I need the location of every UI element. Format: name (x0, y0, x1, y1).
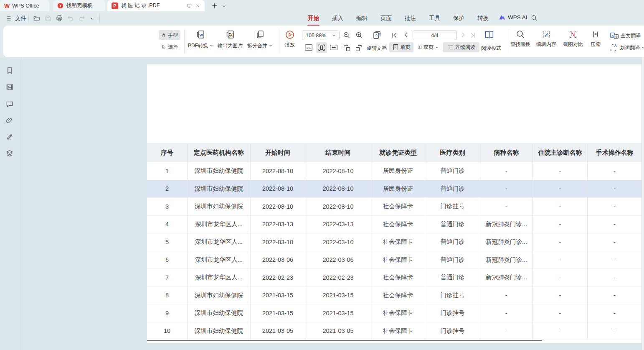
single-page-button[interactable]: 单页 (389, 42, 413, 52)
menubar-search-icon[interactable] (530, 14, 538, 22)
menu-tab-tools[interactable]: 工具 (428, 14, 441, 23)
chevron-down-icon (269, 44, 272, 47)
play-button[interactable]: 播放 (281, 30, 298, 49)
table-row[interactable]: 3深圳市妇幼保健院2022-08-102022-08-10社会保障卡门诊挂号--… (147, 198, 641, 216)
double-page-button[interactable]: 双页 (415, 42, 441, 52)
full-translate-button[interactable]: A 文 全文翻译 (607, 31, 643, 41)
menu-tab-protect[interactable]: 保护 (453, 14, 465, 23)
screenshot-compare-button[interactable]: 截图对比 (559, 29, 587, 48)
undo-icon[interactable] (66, 14, 75, 23)
wps-ai-button[interactable]: WPS AI (499, 14, 527, 20)
next-page-icon[interactable] (460, 32, 467, 38)
fit-page-icon[interactable] (316, 42, 327, 53)
hand-tool-button[interactable]: 手型 (159, 30, 180, 40)
table-row[interactable]: 8深圳市妇幼保健院2021-03-152021-03-15社会保障卡门诊挂号--… (147, 287, 641, 305)
table-cell: 门诊挂号 (425, 287, 480, 304)
export-image-icon (225, 29, 236, 40)
edit-content-button[interactable]: 编辑内容 (533, 29, 559, 48)
open-file-icon[interactable] (32, 14, 41, 23)
menu-tab-insert[interactable]: 插入 (332, 14, 344, 23)
continuous-read-icon (447, 44, 454, 51)
export-image-button[interactable]: 输出为图片 (216, 29, 245, 49)
table-cell: 深圳市妇幼保健院 (188, 322, 251, 340)
find-replace-icon (515, 29, 525, 39)
vertical-scrollbar[interactable] (641, 57, 644, 350)
table-cell: 深圳市妇幼保健院 (188, 180, 251, 198)
zoom-out-icon[interactable] (342, 31, 351, 39)
continuous-read-button[interactable]: 连续阅读 (443, 42, 479, 52)
layers-panel-icon[interactable] (5, 149, 15, 158)
table-row[interactable]: 4深圳市龙华区人...2022-03-132022-03-13社会保障卡普通门诊… (147, 216, 641, 234)
menu-tab-convert[interactable]: 转换 (477, 14, 489, 23)
split-merge-button[interactable]: 拆分合并 (246, 29, 274, 49)
chevron-down-icon (210, 44, 213, 47)
table-cell: 2022-03-13 (305, 216, 371, 233)
redo-icon[interactable] (77, 14, 86, 23)
docer-icon (57, 3, 63, 9)
thumbnail-panel-icon[interactable] (5, 83, 15, 92)
new-tab-icon[interactable] (211, 2, 218, 9)
pdf-page[interactable]: 序号 定点医药机构名称 开始时间 结束时间 就诊凭证类型 医疗类别 病种名称 住… (147, 64, 641, 343)
print-icon[interactable] (55, 14, 64, 23)
rotate-left-icon[interactable] (342, 43, 351, 52)
compress-button[interactable]: 压缩 (585, 29, 606, 48)
pdf-file-icon: P (112, 3, 118, 9)
table-cell: 居民身份证 (371, 162, 425, 180)
pdf-convert-button[interactable]: W PDF转换 (186, 29, 215, 49)
present-to-screen-icon[interactable] (186, 3, 192, 9)
actual-size-icon[interactable]: 1:1 (304, 44, 313, 51)
bookmark-panel-icon[interactable] (5, 66, 15, 76)
select-tool-button[interactable]: 选择 (159, 42, 180, 52)
file-menu-button[interactable]: 文件 (4, 13, 28, 23)
quick-access-chevron-icon[interactable] (88, 14, 97, 23)
left-sidebar (0, 57, 21, 350)
read-mode-icon[interactable] (484, 29, 495, 41)
tab-docer-templates[interactable]: 找稻壳模板 (53, 0, 105, 11)
tab-list-chevron-icon[interactable] (222, 4, 226, 8)
annotate-pen-panel-icon[interactable] (5, 133, 15, 142)
menu-tab-comment[interactable]: 批注 (404, 14, 416, 23)
zoom-level-select[interactable]: 105.88% (302, 31, 340, 40)
menu-tab-home[interactable]: 开始 (307, 14, 319, 23)
table-cell: 1 (147, 162, 188, 180)
table-row[interactable]: 6深圳市龙华区人...2022-03-062022-03-06社会保障卡普通门诊… (147, 251, 641, 269)
rotate-doc-label[interactable]: 旋转文档 (367, 45, 387, 52)
table-row[interactable]: 10深圳市妇幼保健院2021-03-052021-03-05社会保障卡门诊挂号-… (147, 322, 641, 340)
table-cell: 新冠肺炎门诊... (480, 251, 533, 269)
table-header-cell: 序号 (147, 143, 188, 162)
table-cell: 深圳市龙华区人... (188, 269, 251, 286)
table-cell: - (588, 304, 641, 322)
page-number-input[interactable]: 4/4 (413, 31, 457, 40)
close-tab-icon[interactable] (195, 3, 200, 8)
svg-text:文: 文 (615, 35, 618, 38)
first-page-icon[interactable] (391, 32, 398, 39)
rotate-right-icon[interactable] (355, 43, 363, 52)
menu-tab-edit[interactable]: 编辑 (356, 14, 368, 23)
prev-page-icon[interactable] (403, 32, 409, 38)
save-icon[interactable] (43, 14, 53, 23)
zoom-in-icon[interactable] (355, 31, 363, 39)
tab-document-pdf[interactable]: P 就 医 记 录 .PDF (107, 0, 205, 11)
read-mode-label[interactable]: 阅读模式 (481, 45, 501, 52)
last-page-icon[interactable] (469, 32, 477, 39)
table-row[interactable]: 9深圳市妇幼保健院2021-03-152021-03-15社会保障卡门诊挂号--… (147, 304, 641, 322)
table-row[interactable]: 2深圳市妇幼保健院2022-08-102022-08-10居民身份证普通门诊--… (147, 180, 641, 198)
comment-panel-icon[interactable] (5, 100, 15, 109)
table-cell: - (533, 322, 588, 340)
table-cell: 深圳市妇幼保健院 (188, 198, 251, 215)
fit-window-refresh-icon[interactable] (372, 30, 383, 41)
hamburger-icon (6, 15, 13, 22)
table-header-cell: 就诊凭证类型 (371, 143, 425, 162)
word-translate-button[interactable]: x A 划词翻译 (607, 43, 644, 53)
screenshot-compare-label: 截图对比 (563, 41, 583, 48)
attachment-panel-icon[interactable] (5, 116, 15, 125)
table-row[interactable]: 5深圳市龙华区人...2022-03-102022-03-10社会保障卡普通门诊… (147, 233, 641, 251)
table-row[interactable]: 1深圳市妇幼保健院2022-08-102022-08-10居民身份证普通门诊--… (147, 162, 641, 180)
menu-tab-page[interactable]: 页面 (380, 14, 392, 23)
table-row[interactable]: 7深圳市龙华区人...2022-02-232022-02-23社会保障卡普通门诊… (147, 269, 641, 287)
medical-records-table: 序号 定点医药机构名称 开始时间 结束时间 就诊凭证类型 医疗类别 病种名称 住… (147, 143, 641, 340)
tab-wps-office[interactable]: W WPS Office (0, 0, 49, 11)
find-replace-button[interactable]: 查找替换 (507, 29, 533, 48)
table-cell: 2022-02-23 (251, 269, 305, 286)
fit-width-icon[interactable] (330, 44, 338, 51)
